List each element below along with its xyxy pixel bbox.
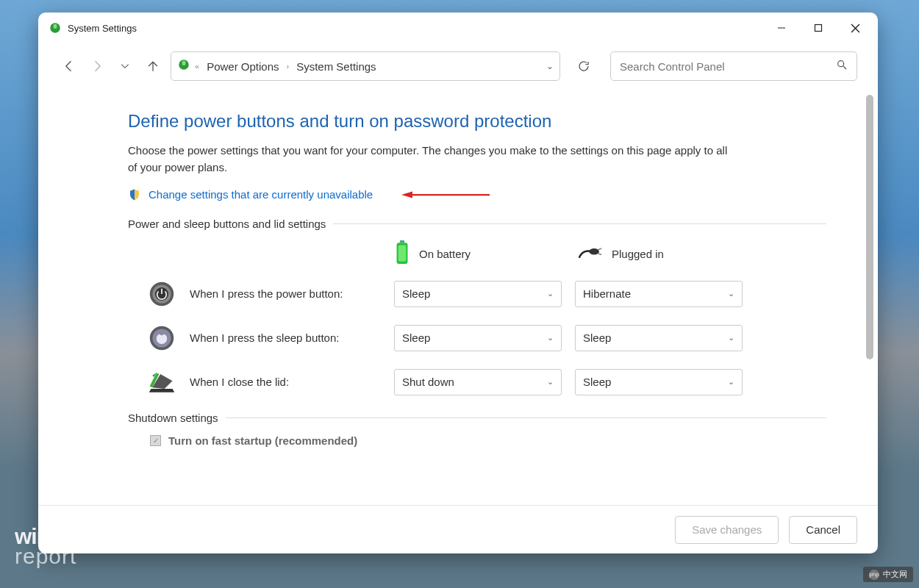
row-sleep-button: When I press the sleep button: Sleep⌄ Sl… bbox=[128, 323, 826, 353]
chevron-down-icon: ⌄ bbox=[728, 377, 734, 387]
control-panel-window: System Settings « Power Options › System… bbox=[38, 12, 878, 553]
page-heading: Define power buttons and turn on passwor… bbox=[128, 111, 826, 132]
chevron-down-icon: ⌄ bbox=[728, 289, 734, 298]
watermark-line1: windows bbox=[15, 526, 103, 546]
breadcrumb-system-settings[interactable]: System Settings bbox=[293, 59, 379, 74]
save-changes-button[interactable]: Save changes bbox=[675, 516, 779, 544]
chevron-down-icon: ⌄ bbox=[547, 289, 554, 298]
navigation-row: « Power Options › System Settings ⌄ bbox=[38, 43, 878, 89]
search-input[interactable] bbox=[620, 60, 836, 73]
svg-rect-12 bbox=[400, 240, 404, 243]
scrollbar[interactable] bbox=[866, 95, 873, 359]
svg-rect-1 bbox=[54, 24, 57, 29]
forward-button[interactable] bbox=[87, 56, 107, 76]
svg-marker-11 bbox=[401, 191, 412, 198]
svg-rect-3 bbox=[815, 25, 822, 32]
column-headers: On battery Plugged in bbox=[128, 240, 826, 268]
select-sleep-plugged[interactable]: Sleep⌄ bbox=[575, 325, 743, 351]
power-options-icon bbox=[49, 21, 62, 35]
select-lid-battery[interactable]: Shut down⌄ bbox=[394, 369, 562, 395]
chevron-down-icon: ⌄ bbox=[728, 333, 734, 343]
svg-point-8 bbox=[838, 61, 844, 67]
close-button[interactable] bbox=[837, 14, 873, 42]
svg-rect-14 bbox=[398, 245, 407, 261]
col-plugged-label: Plugged in bbox=[612, 248, 664, 260]
breadcrumb-power-options[interactable]: Power Options bbox=[204, 59, 282, 74]
svg-line-9 bbox=[843, 66, 846, 69]
search-icon[interactable] bbox=[836, 59, 848, 74]
shield-icon bbox=[128, 188, 141, 201]
refresh-button[interactable] bbox=[572, 54, 596, 78]
section-label-text: Shutdown settings bbox=[128, 412, 218, 424]
change-settings-link[interactable]: Change settings that are currently unava… bbox=[149, 188, 373, 201]
col-on-battery: On battery bbox=[394, 240, 578, 268]
maximize-button[interactable] bbox=[800, 14, 837, 42]
fast-startup-label: Turn on fast startup (recommended) bbox=[168, 434, 357, 447]
plug-icon bbox=[578, 244, 603, 264]
search-box[interactable] bbox=[610, 51, 857, 81]
window-title: System Settings bbox=[68, 23, 137, 34]
back-button[interactable] bbox=[59, 56, 79, 76]
chevron-down-icon: ⌄ bbox=[547, 377, 554, 387]
select-sleep-battery[interactable]: Sleep⌄ bbox=[394, 325, 562, 351]
watermark-line2: report bbox=[15, 546, 103, 566]
section-shutdown: Shutdown settings bbox=[128, 412, 826, 424]
up-button[interactable] bbox=[143, 56, 163, 76]
select-power-plugged[interactable]: Hibernate⌄ bbox=[575, 281, 743, 307]
cancel-button[interactable]: Cancel bbox=[789, 516, 857, 544]
chevron-right-icon: › bbox=[287, 62, 290, 71]
svg-line-17 bbox=[598, 253, 601, 254]
col-plugged-in: Plugged in bbox=[578, 244, 664, 264]
col-battery-label: On battery bbox=[419, 248, 471, 260]
select-power-battery[interactable]: Sleep⌄ bbox=[394, 281, 562, 307]
address-bar[interactable]: « Power Options › System Settings ⌄ bbox=[171, 51, 560, 81]
minimize-button[interactable] bbox=[763, 14, 800, 42]
svg-rect-7 bbox=[182, 61, 186, 65]
section-label-text: Power and sleep buttons and lid settings bbox=[128, 218, 326, 230]
section-power-sleep: Power and sleep buttons and lid settings bbox=[128, 218, 826, 230]
svg-point-15 bbox=[589, 248, 599, 255]
fast-startup-row: ✓ Turn on fast startup (recommended) bbox=[128, 434, 826, 447]
breadcrumb-sep-icon: « bbox=[195, 62, 199, 71]
php-icon: php bbox=[869, 570, 879, 580]
battery-icon bbox=[394, 240, 410, 268]
row-power-label: When I press the power button: bbox=[190, 287, 394, 300]
sleep-button-icon bbox=[147, 323, 176, 353]
chevron-down-icon: ⌄ bbox=[547, 333, 554, 343]
row-lid-label: When I close the lid: bbox=[190, 376, 394, 388]
watermark: windows report bbox=[15, 526, 103, 566]
page-description: Choose the power settings that you want … bbox=[128, 142, 738, 176]
recent-locations-button[interactable] bbox=[115, 56, 135, 76]
laptop-lid-icon bbox=[147, 368, 176, 397]
power-button-icon bbox=[147, 279, 176, 309]
power-options-icon bbox=[177, 58, 190, 74]
php-badge: php 中文网 bbox=[863, 567, 913, 582]
change-settings-row: Change settings that are currently unava… bbox=[128, 188, 826, 201]
php-badge-text: 中文网 bbox=[883, 569, 907, 580]
content-area: Define power buttons and turn on passwor… bbox=[38, 89, 878, 505]
select-lid-plugged[interactable]: Sleep⌄ bbox=[575, 369, 743, 395]
annotation-arrow-icon bbox=[390, 190, 501, 199]
row-power-button: When I press the power button: Sleep⌄ Hi… bbox=[128, 279, 826, 309]
row-sleep-label: When I press the sleep button: bbox=[190, 331, 394, 344]
row-close-lid: When I close the lid: Shut down⌄ Sleep⌄ bbox=[128, 368, 826, 397]
titlebar: System Settings bbox=[38, 12, 878, 43]
footer: Save changes Cancel bbox=[38, 505, 878, 553]
chevron-down-icon[interactable]: ⌄ bbox=[546, 61, 554, 71]
svg-line-16 bbox=[598, 248, 601, 250]
fast-startup-checkbox[interactable]: ✓ bbox=[150, 435, 161, 446]
